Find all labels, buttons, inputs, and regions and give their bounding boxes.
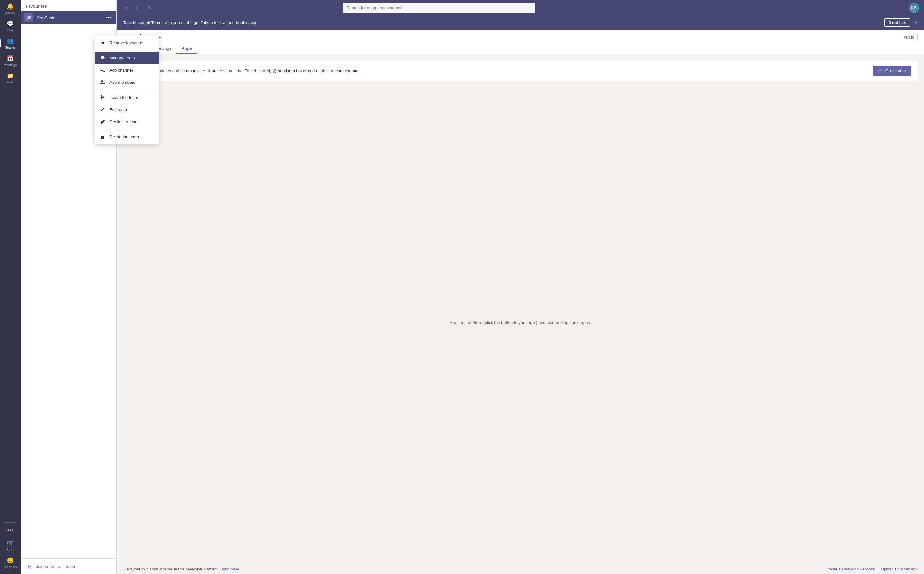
gear-menu-icon bbox=[100, 55, 105, 61]
menu-item-leave-team[interactable]: Leave the team bbox=[95, 91, 159, 103]
svg-rect-1 bbox=[101, 70, 103, 71]
menu-item-get-link[interactable]: Get link to team bbox=[95, 115, 159, 128]
menu-item-add-channel[interactable]: Add channel bbox=[95, 64, 159, 76]
edit-icon bbox=[100, 107, 105, 112]
star-menu-icon: ★ bbox=[100, 40, 105, 46]
svg-point-4 bbox=[101, 80, 103, 82]
add-channel-icon bbox=[100, 67, 105, 73]
link-icon bbox=[100, 119, 105, 125]
menu-item-add-members[interactable]: Add members bbox=[95, 76, 159, 88]
add-members-icon bbox=[100, 79, 105, 85]
svg-rect-3 bbox=[103, 71, 105, 72]
menu-item-edit-team[interactable]: Edit team bbox=[95, 103, 159, 115]
context-menu: ★ Remove favourite Manage team bbox=[95, 35, 159, 144]
svg-rect-0 bbox=[101, 69, 105, 69]
menu-item-manage-team[interactable]: Manage team bbox=[95, 52, 159, 64]
menu-item-delete-team[interactable]: Delete the team bbox=[95, 131, 159, 143]
menu-divider-1 bbox=[95, 50, 159, 50]
menu-divider-3 bbox=[95, 129, 159, 129]
menu-divider-2 bbox=[95, 90, 159, 90]
svg-rect-6 bbox=[103, 83, 105, 84]
delete-icon bbox=[100, 134, 105, 140]
context-menu-overlay[interactable]: ★ Remove favourite Manage team bbox=[0, 0, 924, 574]
menu-item-remove-favourite[interactable]: ★ Remove favourite bbox=[95, 36, 159, 49]
leave-icon bbox=[100, 95, 105, 100]
